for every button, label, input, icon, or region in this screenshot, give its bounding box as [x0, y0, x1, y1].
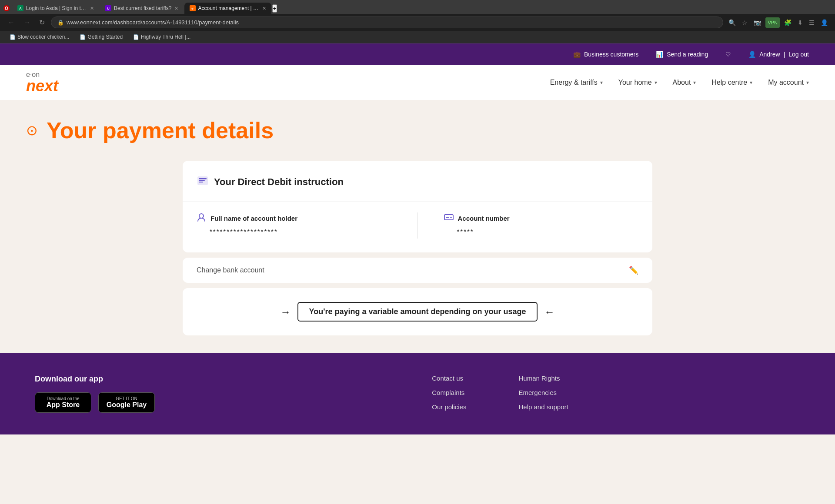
footer-contact-us[interactable]: Contact us — [432, 375, 466, 382]
direct-debit-card: Your Direct Debit instruction Full name … — [183, 161, 652, 252]
footer-help-support[interactable]: Help and support — [518, 403, 568, 411]
bookmark-button[interactable]: ☆ — [740, 17, 749, 28]
send-reading-link[interactable]: 📊 Send a reading — [656, 51, 708, 58]
footer-complaints[interactable]: Complaints — [432, 389, 466, 396]
variable-amount-text: You're paying a variable amount dependin… — [309, 307, 526, 316]
svg-point-4 — [199, 214, 204, 218]
footer-col-1: Contact us Complaints Our policies — [432, 375, 466, 413]
logout-link[interactable]: Log out — [788, 51, 809, 58]
tab-uswitch[interactable]: U Best current fixed tariffs? ✕ — [100, 3, 184, 14]
bookmark-title-slowcooker: Slow cooker chicken... — [17, 34, 69, 40]
bookmark-title-getting-started: Getting Started — [87, 34, 123, 40]
tab-asda[interactable]: A Login to Asda | Sign in to... ✕ — [12, 3, 99, 14]
svg-rect-1 — [199, 178, 207, 179]
extensions-button[interactable]: 🧩 — [782, 17, 793, 28]
tab-favicon-asda: A — [17, 5, 23, 11]
browser-chrome: O A Login to Asda | Sign in to... ✕ U Be… — [0, 0, 835, 43]
search-button[interactable]: 🔍 — [727, 17, 738, 28]
address-bar[interactable]: 🔒 www.eonnext.com/dashboard/accounts/A-1… — [51, 17, 723, 28]
footer-links: Contact us Complaints Our policies Human… — [200, 375, 800, 413]
app-store-badge[interactable]: Download on the App Store — [35, 392, 91, 413]
bookmarks-bar: 📄 Slow cooker chicken... 📄 Getting Start… — [0, 31, 835, 43]
nav-my-account-chevron: ▾ — [806, 80, 809, 86]
account-number-field: Account number ***** — [444, 212, 639, 235]
business-customers-link[interactable]: 💼 Business customers — [573, 51, 638, 58]
nav-help-centre[interactable]: Help centre ▾ — [711, 79, 752, 86]
app-store-sub: Download on the — [42, 396, 84, 401]
tab-title-uswitch: Best current fixed tariffs? — [114, 5, 172, 11]
back-button[interactable]: ← — [5, 17, 17, 28]
screenshot-button[interactable]: 📷 — [752, 17, 763, 28]
nav-my-account-label: My account — [768, 79, 804, 86]
page-content: ⊙ Your payment details Your Direct Debit… — [0, 100, 835, 353]
svg-rect-3 — [199, 182, 203, 182]
account-holder-icon — [197, 212, 206, 224]
svg-rect-7 — [450, 217, 452, 218]
edit-icon[interactable]: ✏️ — [629, 265, 638, 275]
bookmark-slowcooker[interactable]: 📄 Slow cooker chicken... — [5, 33, 73, 41]
card-divider — [183, 202, 652, 202]
profile-button[interactable]: 👤 — [819, 17, 830, 28]
nav-my-account[interactable]: My account ▾ — [768, 79, 809, 86]
back-button-page[interactable]: ⊙ — [26, 122, 38, 139]
tab-favicon-eon: e — [190, 5, 196, 11]
footer-human-rights[interactable]: Human Rights — [518, 375, 568, 382]
variable-amount-badge: You're paying a variable amount dependin… — [297, 302, 537, 322]
google-play-name: Google Play — [106, 401, 147, 409]
browser-actions: 🔍 ☆ 📷 VPN 🧩 ⬇ ☰ 👤 — [727, 17, 830, 28]
nav-help-centre-chevron: ▾ — [750, 80, 752, 86]
lock-icon: 🔒 — [57, 20, 64, 26]
account-number-icon — [444, 212, 454, 224]
user-section: 👤 Andrew | Log out — [748, 51, 809, 58]
nav-energy-tariffs-chevron: ▾ — [600, 80, 603, 86]
app-badges: Download on the App Store GET IT ON Goog… — [35, 392, 165, 413]
forward-button[interactable]: → — [21, 17, 33, 28]
user-icon: 👤 — [748, 51, 756, 58]
browser-tabs: O A Login to Asda | Sign in to... ✕ U Be… — [0, 0, 835, 14]
nav-your-home-label: Your home — [618, 79, 652, 86]
nav-your-home[interactable]: Your home ▾ — [618, 79, 657, 86]
footer-app-section: Download our app Download on the App Sto… — [35, 375, 165, 413]
heart-icon: ♡ — [725, 51, 731, 58]
footer: Download our app Download on the App Sto… — [0, 353, 835, 434]
footer-col-2: Human Rights Emergencies Help and suppor… — [518, 375, 568, 413]
footer-emergencies[interactable]: Emergencies — [518, 389, 568, 396]
bookmark-highway[interactable]: 📄 Highway Thru Hell |... — [129, 33, 195, 41]
download-button[interactable]: ⬇ — [796, 17, 805, 28]
send-reading-icon: 📊 — [656, 51, 663, 58]
nav-energy-tariffs-label: Energy & tariffs — [550, 79, 598, 86]
tab-eon[interactable]: e Account management | Pa ✕ — [184, 3, 271, 14]
tab-close-uswitch[interactable]: ✕ — [174, 6, 178, 11]
tab-close-asda[interactable]: ✕ — [90, 6, 94, 11]
logo[interactable]: e·on next — [26, 71, 58, 94]
change-bank-card: Change bank account ✏️ — [183, 258, 652, 283]
nav-about[interactable]: About ▾ — [673, 79, 696, 86]
new-tab-button[interactable]: + — [272, 4, 277, 13]
direct-debit-icon — [197, 175, 209, 189]
nav-help-centre-label: Help centre — [711, 79, 747, 86]
google-play-badge[interactable]: GET IT ON Google Play — [98, 392, 155, 413]
reload-button[interactable]: ↻ — [37, 17, 47, 28]
google-play-sub: GET IT ON — [106, 396, 147, 401]
bookmark-getting-started[interactable]: 📄 Getting Started — [75, 33, 127, 41]
logo-next: next — [26, 77, 58, 95]
footer-our-policies[interactable]: Our policies — [432, 403, 466, 411]
account-number-header: Account number — [444, 212, 639, 224]
direct-debit-title: Your Direct Debit instruction — [197, 175, 638, 189]
variable-amount-card: → You're paying a variable amount depend… — [183, 288, 652, 335]
menu-button[interactable]: ☰ — [807, 17, 816, 28]
tab-close-eon[interactable]: ✕ — [262, 6, 266, 11]
account-number-label: Account number — [458, 215, 510, 222]
bookmark-favicon-slowcooker: 📄 — [10, 34, 16, 40]
heart-link[interactable]: ♡ — [725, 51, 731, 58]
address-text: www.eonnext.com/dashboard/accounts/A-149… — [67, 19, 239, 26]
nav-energy-tariffs[interactable]: Energy & tariffs ▾ — [550, 79, 603, 86]
account-holder-header: Full name of account holder — [197, 212, 391, 224]
vpn-button[interactable]: VPN — [765, 17, 780, 28]
logout-label: Log out — [788, 51, 809, 58]
main-nav: e·on next Energy & tariffs ▾ Your home ▾… — [0, 65, 835, 100]
user-name: Andrew — [759, 51, 780, 58]
main-nav-items: Energy & tariffs ▾ Your home ▾ About ▾ H… — [550, 79, 809, 86]
browser-toolbar: ← → ↻ 🔒 www.eonnext.com/dashboard/accoun… — [0, 14, 835, 31]
card-fields: Full name of account holder ************… — [197, 212, 638, 239]
